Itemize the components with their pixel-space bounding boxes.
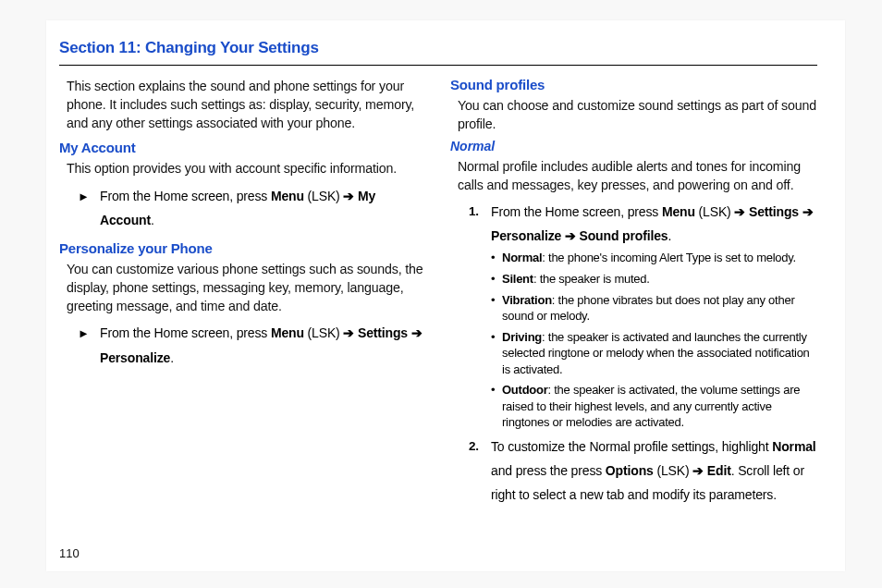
period: . bbox=[170, 350, 174, 365]
my-account-heading: My Account bbox=[59, 140, 426, 155]
page-number: 110 bbox=[59, 546, 80, 560]
personalize-heading: Personalize your Phone bbox=[59, 240, 426, 256]
my-account-step: ► From the Home screen, press Menu (LSK)… bbox=[100, 184, 426, 233]
settings-label: Settings bbox=[354, 325, 411, 340]
step-1: 1. From the Home screen, press Menu (LSK… bbox=[491, 201, 817, 249]
bullet-text: : the speaker is activated and launches … bbox=[502, 330, 810, 376]
bullet-label: Vibration bbox=[502, 293, 552, 307]
step-number: 1. bbox=[469, 201, 479, 224]
manual-page: Section 11: Changing Your Settings This … bbox=[46, 20, 845, 571]
menu-label: Menu bbox=[662, 204, 695, 219]
settings-label: Settings bbox=[745, 204, 802, 219]
lsk-text: (LSK) bbox=[695, 204, 735, 219]
sound-profiles-body: You can choose and customize sound setti… bbox=[450, 96, 817, 133]
bullet-label: Normal bbox=[502, 251, 542, 264]
normal-body: Normal profile includes audible alerts a… bbox=[450, 157, 817, 194]
step-text: From the Home screen, press bbox=[491, 204, 662, 219]
bullet-outdoor: Outdoor: the speaker is activated, the v… bbox=[491, 382, 817, 431]
step-text: From the Home screen, press bbox=[100, 325, 271, 340]
arrow-icon: ➔ bbox=[734, 204, 745, 219]
bullet-driving: Driving: the speaker is activated and la… bbox=[491, 329, 817, 378]
lsk-text: (LSK) bbox=[654, 463, 693, 478]
personalize-body: You can customize various phone settings… bbox=[59, 260, 426, 315]
lsk-text: (LSK) bbox=[304, 189, 344, 203]
right-column: Sound profiles You can choose and custom… bbox=[450, 77, 817, 508]
arrow-icon: ➔ bbox=[692, 463, 704, 478]
intro-text: This section explains the sound and phon… bbox=[59, 77, 426, 132]
edit-label: Edit bbox=[704, 463, 731, 478]
arrow-icon: ➔ bbox=[343, 189, 354, 203]
sound-profiles-label: Sound profiles bbox=[576, 228, 668, 243]
options-label: Options bbox=[606, 463, 654, 478]
menu-label: Menu bbox=[271, 325, 304, 340]
lsk-text: (LSK) bbox=[304, 325, 344, 340]
period: . bbox=[151, 213, 154, 227]
my-account-body: This option provides you with account sp… bbox=[59, 159, 426, 178]
step-text: and press the press bbox=[491, 463, 606, 478]
arrow-icon: ➔ bbox=[802, 204, 814, 219]
step-number: 2. bbox=[469, 435, 479, 459]
menu-label: Menu bbox=[271, 189, 304, 203]
arrow-icon: ➔ bbox=[411, 325, 423, 340]
normal-label: Normal bbox=[772, 439, 815, 454]
bullet-label: Driving bbox=[502, 330, 542, 344]
bullet-silent: Silent: the speaker is muted. bbox=[491, 271, 817, 288]
divider bbox=[59, 65, 817, 66]
step-2: 2. To customize the Normal profile setti… bbox=[491, 435, 817, 508]
profile-bullets: Normal: the phone's incoming Alert Type … bbox=[491, 250, 817, 430]
step-text: From the Home screen, press bbox=[100, 189, 271, 203]
bullet-vibration: Vibration: the phone vibrates but does n… bbox=[491, 292, 817, 325]
bullet-text: : the phone's incoming Alert Type is set… bbox=[542, 251, 796, 264]
personalize-step: ► From the Home screen, press Menu (LSK)… bbox=[100, 321, 426, 370]
period: . bbox=[668, 228, 671, 243]
step-text: To customize the Normal profile settings… bbox=[491, 439, 772, 454]
triangle-icon: ► bbox=[78, 323, 90, 346]
sound-profiles-heading: Sound profiles bbox=[450, 77, 817, 92]
left-column: This section explains the sound and phon… bbox=[59, 77, 426, 508]
normal-heading: Normal bbox=[450, 139, 817, 153]
bullet-text: : the speaker is muted. bbox=[533, 272, 650, 286]
arrow-icon: ➔ bbox=[565, 228, 576, 243]
section-title: Section 11: Changing Your Settings bbox=[59, 39, 817, 57]
triangle-icon: ► bbox=[78, 186, 90, 209]
bullet-label: Outdoor bbox=[502, 383, 548, 397]
bullet-label: Silent bbox=[502, 272, 533, 286]
arrow-icon: ➔ bbox=[343, 325, 354, 340]
two-columns: This section explains the sound and phon… bbox=[59, 77, 817, 508]
bullet-normal: Normal: the phone's incoming Alert Type … bbox=[491, 250, 817, 266]
personalize-label: Personalize bbox=[100, 350, 170, 365]
personalize-label: Personalize bbox=[491, 228, 565, 243]
